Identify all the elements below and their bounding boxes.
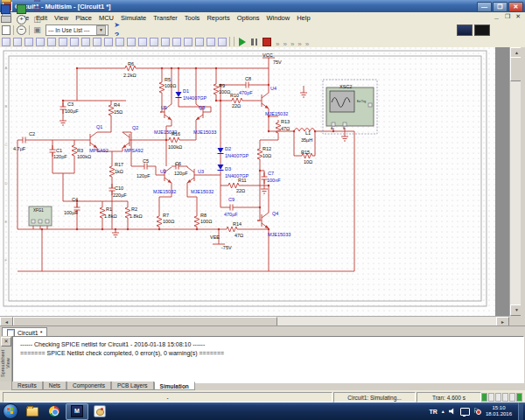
taskbar-clock[interactable]: 15:1018.01.2016 [483, 405, 514, 417]
pane-tab-components[interactable]: Components [66, 382, 111, 390]
start-button[interactable] [3, 403, 18, 419]
simulation-activity-indicator [481, 393, 522, 402]
minimize-button[interactable]: — [477, 2, 492, 12]
basic-icon[interactable] [11, 37, 23, 47]
volume-icon[interactable] [449, 408, 457, 415]
in-use-list-dropdown[interactable]: --- In Use List --- ▼ [46, 24, 108, 36]
component-label: D3 [225, 166, 231, 172]
ni-component-icon[interactable] [171, 37, 182, 47]
taskbar-paint[interactable] [89, 404, 110, 419]
taskbar-chrome[interactable] [44, 404, 65, 419]
ttl-icon[interactable] [57, 37, 68, 47]
component-label: B [343, 127, 345, 130]
component-label: U4 [270, 86, 276, 91]
component-label: 470µF [224, 212, 238, 217]
multisim-icon: M [71, 405, 83, 417]
database-manager-icon[interactable] [32, 14, 43, 24]
component-label: VEE [210, 234, 220, 240]
taskbar-explorer[interactable] [22, 404, 43, 419]
taskbar-multisim[interactable]: M [66, 403, 88, 420]
pane-tab-results[interactable]: Results [11, 382, 43, 390]
component-label: 100µF [65, 108, 79, 114]
docked-image-button-1[interactable] [457, 24, 472, 36]
hierarchical-block-icon[interactable] [205, 37, 216, 47]
zoom-out-icon[interactable] [16, 24, 27, 35]
tray-arrow-icon[interactable]: ▲ [441, 409, 445, 414]
network-icon[interactable] [460, 408, 470, 416]
print-icon[interactable] [0, 14, 11, 24]
spreadsheet-view-icon[interactable] [32, 4, 43, 14]
component-label: 100Ω [163, 219, 174, 224]
misc-icon[interactable] [125, 37, 136, 47]
component-label: R12 [262, 146, 271, 151]
in-use-list-value: --- In Use List --- [48, 27, 89, 33]
pane-tab-simulation[interactable]: Simulation [154, 382, 195, 390]
transistor-icon[interactable] [34, 37, 46, 47]
chevron-down-icon: ▼ [96, 25, 106, 35]
electromechanical-icon[interactable] [159, 37, 171, 47]
source-icon[interactable] [0, 37, 11, 47]
component-label: R2 [131, 206, 137, 212]
mixed-icon[interactable] [91, 37, 102, 47]
menu-item-tools[interactable]: Tools [181, 13, 204, 23]
component-label: C9 [228, 197, 234, 202]
title-bar[interactable]: Circuit1 - Multisim - [Circuit1 *] — ❐ ✕ [0, 0, 525, 12]
component-label: Q1 [96, 124, 102, 130]
spreadsheet-view-pane: ✕ Spreadsheet View ------ Checking SPICE… [0, 336, 525, 390]
show-desktop-button[interactable] [518, 402, 523, 420]
docked-image-button-2[interactable] [474, 24, 490, 36]
component-label: C4 [72, 197, 78, 202]
transfer-icon[interactable] [111, 19, 122, 30]
zoom-full-icon[interactable] [16, 4, 27, 14]
vertical-scrollbar[interactable]: ▲ ▼ [509, 47, 522, 316]
indicator-icon[interactable] [102, 37, 114, 47]
connector-icon[interactable] [182, 37, 193, 47]
action-center-flag-icon[interactable]: ⚐ [473, 408, 480, 415]
bus-icon[interactable] [216, 37, 228, 47]
menu-item-view[interactable]: View [51, 13, 72, 23]
menu-item-place[interactable]: Place [72, 13, 95, 23]
maximize-button[interactable]: ❐ [493, 2, 508, 12]
component-wizard-icon[interactable] [32, 24, 43, 35]
component-label: 4.7µF [13, 146, 26, 151]
component-label: 75V [273, 60, 282, 65]
component-label: U3 [198, 169, 204, 174]
schematic-canvas[interactable]: ABCDEF [0, 47, 495, 316]
zoom-in-icon[interactable] [16, 14, 27, 24]
menu-item-window[interactable]: Window [263, 13, 294, 23]
status-tran-time: Tran: 4.600 s [416, 392, 481, 402]
print-preview-icon[interactable] [0, 24, 11, 35]
power-icon[interactable] [114, 37, 125, 47]
component-label: Q4 [272, 211, 278, 216]
menu-item-transfer[interactable]: Transfer [150, 13, 181, 23]
analog-icon[interactable] [46, 37, 57, 47]
component-label: D1 [183, 88, 189, 94]
cmos-icon[interactable] [68, 37, 80, 47]
status-simulating: Circuit1: Simulating... [333, 392, 416, 402]
advanced-peripherals-icon[interactable] [136, 37, 148, 47]
menu-item-options[interactable]: Options [234, 13, 263, 23]
menu-item-reports[interactable]: Reports [203, 13, 233, 23]
run-simulation-button[interactable] [239, 38, 246, 46]
component-label: R9 [219, 83, 225, 88]
component-label: R15 [301, 150, 310, 155]
mdi-window-buttons[interactable]: ＿ ❐ ✕ [494, 12, 522, 21]
mcu-icon[interactable] [193, 37, 205, 47]
close-button[interactable]: ✕ [508, 2, 523, 12]
workspace-margin [495, 47, 509, 316]
log-line: ======= SPICE Netlist check completed, 0… [13, 349, 523, 358]
pane-tab-pcb-layers[interactable]: PCB Layers [111, 382, 154, 390]
misc-digital-icon[interactable] [80, 37, 91, 47]
language-indicator[interactable]: TR [430, 409, 438, 415]
pane-tab-nets[interactable]: Nets [43, 382, 66, 390]
pause-simulation-button[interactable] [251, 38, 257, 46]
stop-simulation-button[interactable] [262, 38, 271, 46]
simulation-log[interactable]: ------ Checking SPICE netlist for Circui… [12, 336, 524, 383]
doc-tab-label: Circuit1 * [18, 330, 42, 336]
rf-icon[interactable] [148, 37, 159, 47]
component-label: R4 [114, 102, 120, 108]
component-label: 120pF [53, 154, 67, 159]
diode-icon[interactable] [23, 37, 34, 47]
menu-item-help[interactable]: Help [293, 13, 313, 23]
save-icon[interactable] [0, 4, 11, 14]
